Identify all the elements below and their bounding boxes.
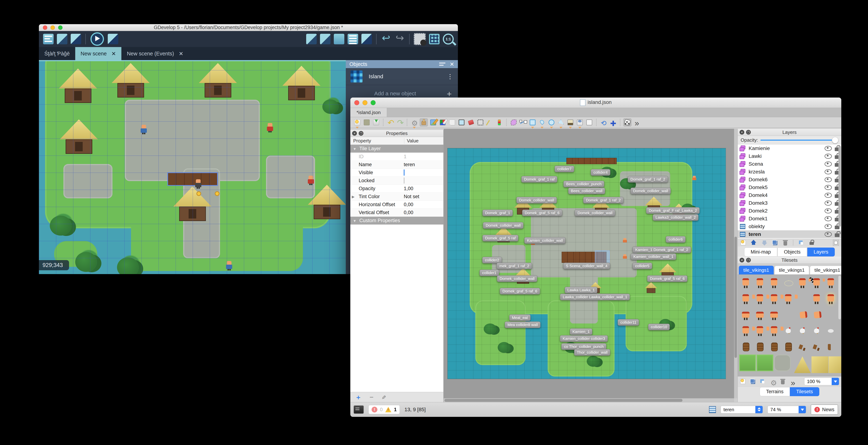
collapse-icon[interactable]: ▼ bbox=[353, 219, 356, 223]
redo-icon[interactable] bbox=[396, 119, 404, 126]
instances-list-icon[interactable] bbox=[348, 34, 358, 44]
layer-row[interactable]: Scena bbox=[738, 160, 841, 168]
console-toggle-icon[interactable] bbox=[353, 405, 364, 414]
tileset-sprite[interactable] bbox=[810, 323, 824, 340]
property-value[interactable]: 1 bbox=[401, 154, 443, 159]
tileset-sprite[interactable] bbox=[753, 323, 767, 340]
unchecked-checkbox[interactable] bbox=[404, 178, 404, 184]
tileset-tab[interactable]: tile_vikings1 bbox=[774, 266, 809, 275]
tileset-tab[interactable]: tile_vikings1 bbox=[810, 266, 841, 275]
new-layer-icon[interactable] bbox=[740, 240, 746, 246]
property-row[interactable]: Locked bbox=[350, 177, 443, 185]
editor-tab[interactable]: New scene✕ bbox=[75, 47, 122, 60]
eraser-icon[interactable] bbox=[467, 119, 475, 126]
debug-step-icon[interactable] bbox=[108, 34, 118, 44]
property-value[interactable] bbox=[401, 170, 443, 176]
add-property-icon[interactable]: ＋ bbox=[355, 393, 362, 402]
same-tile-select-icon[interactable] bbox=[495, 119, 503, 126]
edit-tileset-icon[interactable] bbox=[769, 378, 776, 385]
tileset-sprite[interactable] bbox=[824, 339, 838, 356]
visibility-eye-icon[interactable] bbox=[825, 232, 832, 237]
tileset-sprite[interactable] bbox=[753, 291, 767, 308]
map-view[interactable]: collider7collider4Domek_graf_1 rafBees_c… bbox=[444, 129, 734, 402]
bucket-fill-icon[interactable] bbox=[439, 119, 446, 126]
checked-checkbox[interactable] bbox=[404, 169, 404, 176]
tileset-sprite[interactable] bbox=[781, 275, 796, 292]
tileset-sprite[interactable] bbox=[781, 323, 796, 340]
property-value[interactable]: 1,00 bbox=[401, 186, 443, 191]
map-document[interactable]: collider7collider4Domek_graf_1 rafBees_c… bbox=[447, 148, 726, 379]
toolbar-overflow-icon[interactable] bbox=[633, 119, 641, 126]
expand-icon[interactable]: ▶ bbox=[352, 194, 358, 199]
commands-icon[interactable] bbox=[410, 119, 418, 126]
close-tab-icon[interactable]: ✕ bbox=[112, 51, 116, 57]
save-icon[interactable] bbox=[372, 119, 380, 126]
visibility-eye-icon[interactable] bbox=[825, 161, 832, 166]
tileset-sprite[interactable] bbox=[796, 339, 810, 356]
lower-layer-icon[interactable] bbox=[761, 240, 767, 246]
tileset-grid[interactable] bbox=[738, 275, 841, 376]
filter-icon[interactable] bbox=[439, 62, 445, 66]
object-select-icon[interactable] bbox=[510, 119, 518, 126]
insert-text-icon[interactable]: Abc bbox=[585, 119, 593, 126]
property-value[interactable]: Not set bbox=[401, 194, 443, 199]
insert-template-icon[interactable] bbox=[576, 119, 584, 126]
layer-list-scrollbar[interactable] bbox=[838, 146, 841, 227]
dropdown-icon[interactable] bbox=[832, 378, 839, 385]
dropdown-icon[interactable] bbox=[799, 406, 806, 413]
vertical-scrollbar[interactable] bbox=[734, 129, 737, 398]
shape-fill-icon[interactable] bbox=[448, 119, 456, 126]
property-row[interactable]: Nameteren bbox=[350, 161, 443, 169]
tileset-sprite[interactable] bbox=[810, 339, 824, 356]
tileset-sprite[interactable] bbox=[739, 291, 753, 308]
visibility-eye-icon[interactable] bbox=[825, 177, 832, 182]
mask-icon[interactable] bbox=[414, 33, 426, 45]
tileset-sprite[interactable] bbox=[767, 323, 781, 340]
tileset-sprite[interactable] bbox=[753, 275, 767, 292]
layer-opacity-icon[interactable] bbox=[798, 240, 804, 246]
edit-polygons-icon[interactable] bbox=[519, 119, 527, 126]
property-row[interactable]: Vertical Offset0,00 bbox=[350, 209, 443, 217]
tileset-sprite[interactable] bbox=[781, 339, 796, 356]
document-tab[interactable]: *island.json bbox=[350, 108, 387, 117]
dock-tab[interactable]: Mini-map bbox=[744, 248, 777, 256]
stamp-brush-icon[interactable] bbox=[420, 119, 428, 126]
tileset-sprite[interactable] bbox=[767, 307, 781, 324]
property-section-row[interactable]: ▼Custom Properties bbox=[350, 217, 443, 225]
tileset-sprite[interactable] bbox=[767, 291, 781, 308]
property-row[interactable]: ▶Tint ColorNot set bbox=[350, 193, 443, 201]
scene-canvas[interactable]: 929;343 bbox=[39, 60, 346, 274]
object-list-item[interactable]: Island ⋮ bbox=[346, 68, 458, 85]
tileset-tab[interactable]: tile_vikings1 bbox=[739, 266, 774, 275]
tileset-sprite[interactable] bbox=[767, 339, 781, 356]
zoom-1-1-icon[interactable]: 1:1 bbox=[443, 34, 454, 44]
visibility-eye-icon[interactable] bbox=[825, 208, 832, 214]
layer-row[interactable]: Domek1 bbox=[738, 215, 841, 222]
property-row[interactable]: ID1 bbox=[350, 153, 443, 161]
layer-row[interactable]: Kamienie bbox=[738, 145, 841, 152]
stepper-icon[interactable] bbox=[755, 406, 763, 413]
remove-tileset-icon[interactable] bbox=[780, 379, 786, 384]
property-section-row[interactable]: ▼Tile Layer bbox=[350, 145, 443, 153]
editor-tab[interactable]: Śţàŕţ Ƥàĝē bbox=[39, 47, 75, 60]
dock-tab[interactable]: Objects bbox=[777, 248, 807, 256]
visibility-eye-icon[interactable] bbox=[825, 216, 832, 221]
delete-layer-icon[interactable] bbox=[782, 240, 788, 246]
redo-icon[interactable] bbox=[395, 34, 405, 44]
visibility-eye-icon[interactable] bbox=[825, 185, 832, 190]
visibility-eye-icon[interactable] bbox=[825, 200, 832, 205]
undo-icon[interactable] bbox=[386, 119, 395, 126]
layer-row[interactable]: Domek5 bbox=[738, 184, 841, 191]
overflow-icon[interactable] bbox=[790, 378, 796, 385]
tileset-sprite[interactable] bbox=[767, 275, 781, 292]
tileset-scrollbar[interactable] bbox=[838, 276, 841, 319]
layer-row[interactable]: Domek4 bbox=[738, 191, 841, 199]
tileset-sprite[interactable] bbox=[753, 307, 767, 324]
dock-tab[interactable]: Layers bbox=[807, 248, 835, 256]
property-row[interactable]: Horizontal Offset0,00 bbox=[350, 201, 443, 209]
tileset-sprite[interactable] bbox=[824, 291, 838, 308]
visibility-eye-icon[interactable] bbox=[825, 169, 832, 174]
eraser-area-icon[interactable] bbox=[458, 119, 466, 126]
collapse-icon[interactable]: ▼ bbox=[353, 147, 356, 151]
layer-row[interactable]: Domek2 bbox=[738, 207, 841, 215]
